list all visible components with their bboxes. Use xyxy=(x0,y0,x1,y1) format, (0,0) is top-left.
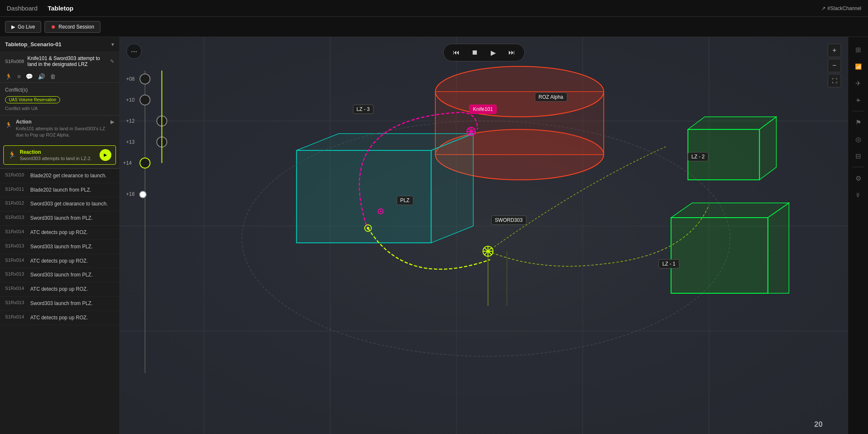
selected-item-text: Knife101 & Sword303 attempt to land in t… xyxy=(27,55,107,67)
reaction-desc: Sword303 attempts to land in LZ-2. xyxy=(20,156,96,161)
svg-marker-16 xyxy=(431,134,473,243)
svg-point-11 xyxy=(435,66,604,117)
play-icon: ▶ xyxy=(11,24,15,30)
list-item[interactable]: S1Rx014 ATC detects pop up ROZ. xyxy=(0,311,119,325)
main-layout: Tabletop_Scenario-01 ▾ S1Rx008 Knife101 … xyxy=(0,37,868,434)
conflict-badge[interactable]: UAS Volume Reservation xyxy=(5,96,60,103)
run-icon[interactable]: 🏃 xyxy=(5,73,12,80)
svg-text:+14: +14 xyxy=(123,160,132,166)
edit-icon[interactable]: ✎ xyxy=(110,58,114,64)
zoom-out-button[interactable]: − xyxy=(828,59,841,72)
playback-controls: ⏮ ⏹ ▶ ⏭ xyxy=(443,44,525,61)
svg-point-51 xyxy=(139,191,146,198)
action-reaction-section: 🏃 Action Knife101 attempts to land in Sw… xyxy=(0,116,119,168)
right-sidebar: ⊞ 📶 ✈ ✈̶ ⚑ ◎ ⊟ ⚙ 🎙 xyxy=(848,37,868,434)
more-options-button[interactable]: ··· xyxy=(126,44,142,59)
nav-tabletop[interactable]: Tabletop xyxy=(47,5,73,12)
map-controls: + − ⛶ xyxy=(828,44,841,87)
record-icon: ⏺ xyxy=(51,24,56,30)
sidebar-divider-2 xyxy=(852,167,864,167)
svg-text:+13: +13 xyxy=(126,139,135,145)
settings-gear-icon[interactable]: ⚙ xyxy=(851,171,866,186)
reaction-label: Reaction xyxy=(20,149,96,155)
nav-dashboard[interactable]: Dashboard xyxy=(7,5,37,12)
action-bar: ▶ Go Live ⏺ Record Session xyxy=(0,17,868,37)
record-session-button[interactable]: ⏺ Record Session xyxy=(45,21,100,33)
conflicts-title: Conflict(s) xyxy=(5,87,114,93)
chevron-down-icon[interactable]: ▾ xyxy=(111,41,114,47)
selected-item-id: S1Rx008 xyxy=(5,59,24,64)
svg-text:+12: +12 xyxy=(126,118,135,124)
skip-forward-button[interactable]: ⏭ xyxy=(506,47,518,58)
list-item[interactable]: S1Rx013 Sword303 launch from PLZ. xyxy=(0,268,119,282)
scenario-list: S1Rx010 Blade202 get clearance to launch… xyxy=(0,169,119,434)
selected-item-detail: S1Rx008 Knife101 & Sword303 attempt to l… xyxy=(0,52,119,169)
chat-icon[interactable]: 💬 xyxy=(26,73,33,80)
reaction-icon: 🏃 xyxy=(8,151,16,159)
zoom-in-button[interactable]: + xyxy=(828,44,841,57)
svg-point-42 xyxy=(140,95,150,105)
reaction-content: Reaction Sword303 attempts to land in LZ… xyxy=(20,149,96,161)
reaction-play-button[interactable]: ▶ xyxy=(100,149,111,161)
svg-text:+08: +08 xyxy=(126,76,135,82)
slack-link[interactable]: ↗ #SlackChannel xyxy=(821,5,861,11)
conflicts-section: Conflict(s) UAS Volume Reservation Confl… xyxy=(0,83,119,116)
selected-item-header: S1Rx008 Knife101 & Sword303 attempt to l… xyxy=(0,52,119,71)
svg-point-33 xyxy=(380,210,381,212)
svg-rect-14 xyxy=(297,150,431,243)
svg-point-41 xyxy=(140,74,150,84)
action-content: Action Knife101 attempts to land in Swor… xyxy=(16,119,107,139)
svg-point-45 xyxy=(140,158,150,168)
delete-icon[interactable]: 🗑 xyxy=(50,73,56,80)
svg-text:+18: +18 xyxy=(126,191,135,197)
action-icon: 🏃 xyxy=(5,119,13,131)
list-item[interactable]: S1Rx013 Sword303 launch from PLZ. xyxy=(0,240,119,254)
top-nav: Dashboard Tabletop ↗ #SlackChannel xyxy=(0,0,868,17)
list-item[interactable]: S1Rx010 Blade202 get clearance to launch… xyxy=(0,169,119,183)
microphone-icon[interactable]: 🎙 xyxy=(851,187,866,203)
svg-text:+10: +10 xyxy=(126,97,135,103)
go-live-button[interactable]: ▶ Go Live xyxy=(5,21,41,33)
fullscreen-button[interactable]: ⛶ xyxy=(828,74,841,87)
play-button[interactable]: ▶ xyxy=(487,47,499,58)
sidebar-divider xyxy=(852,111,864,111)
svg-rect-34 xyxy=(688,129,759,180)
list-item[interactable]: S1Rx013 Sword303 launch from PLZ. xyxy=(0,297,119,311)
volume-icon[interactable]: 🔊 xyxy=(38,73,45,80)
list-item[interactable]: S1Rx014 ATC detects pop up ROZ. xyxy=(0,282,119,297)
scenario-header: Tabletop_Scenario-01 ▾ xyxy=(0,37,119,52)
selected-item-icons: 🏃 ≡ 💬 🔊 🗑 xyxy=(0,71,119,83)
svg-marker-39 xyxy=(768,203,789,293)
skip-back-button[interactable]: ⏮ xyxy=(450,47,462,58)
svg-point-24 xyxy=(367,227,369,229)
scenario-name: Tabletop_Scenario-01 xyxy=(5,41,61,47)
left-sidebar: Tabletop_Scenario-01 ▾ S1Rx008 Knife101 … xyxy=(0,37,120,434)
drone-strike-icon[interactable]: ✈̶ xyxy=(851,92,866,108)
list-icon[interactable]: ≡ xyxy=(17,73,21,80)
flag-icon[interactable]: ⚑ xyxy=(851,115,866,130)
external-link-icon: ↗ xyxy=(821,5,826,11)
action-desc: Knife101 attempts to land in Sword303's … xyxy=(16,126,107,139)
map-visualization: +08 +10 +12 +13 +14 +18 xyxy=(120,37,848,434)
action-expand-icon[interactable]: ▶ xyxy=(110,119,114,125)
location-pin-icon[interactable]: ◎ xyxy=(851,132,866,147)
map-tile-icon[interactable]: ⊟ xyxy=(851,148,866,163)
drone-plane-icon[interactable]: ✈ xyxy=(851,76,866,91)
list-item[interactable]: S1Rx014 ATC detects pop up ROZ. xyxy=(0,254,119,268)
layers-icon[interactable]: ⊞ xyxy=(851,42,866,57)
map-area[interactable]: +08 +10 +12 +13 +14 +18 ··· ⏮ ⏹ ▶ ⏭ + − … xyxy=(120,37,848,434)
more-icon: ··· xyxy=(131,47,137,56)
stop-button[interactable]: ⏹ xyxy=(469,47,481,58)
list-item[interactable]: S1Rx012 Sword303 get clearance to launch… xyxy=(0,197,119,211)
signal-icon[interactable]: 📶 xyxy=(851,59,866,74)
conflict-desc: Conflict with UA xyxy=(5,106,114,111)
action-item: 🏃 Action Knife101 attempts to land in Sw… xyxy=(0,116,119,142)
svg-rect-37 xyxy=(671,218,768,293)
action-label: Action xyxy=(16,119,107,125)
reaction-item[interactable]: 🏃 Reaction Sword303 attempts to land in … xyxy=(3,145,116,165)
list-item[interactable]: S1Rx013 Sword303 launch from PLZ. xyxy=(0,211,119,226)
list-item[interactable]: S1Rx014 ATC detects pop up ROZ. xyxy=(0,226,119,240)
zoom-level-indicator: 20 xyxy=(814,420,823,429)
list-item[interactable]: S1Rx011 Blade202 launch from PLZ. xyxy=(0,183,119,197)
